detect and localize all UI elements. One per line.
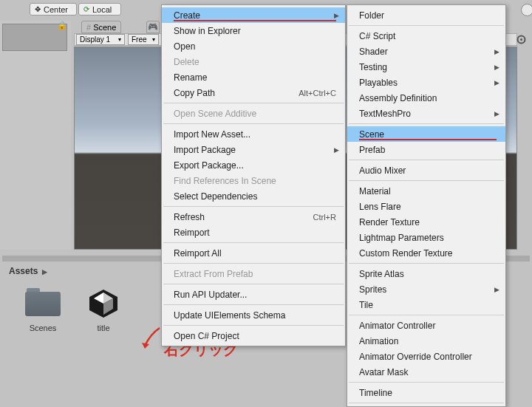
menu-item[interactable]: Export Package... [162, 157, 345, 173]
menu-separator [349, 123, 504, 124]
menu-item-label: TextMeshPro [359, 109, 411, 119]
menu-item[interactable]: Create▶ [162, 7, 345, 23]
menu-item-label: Import Package [174, 145, 236, 155]
asset-scene-title[interactable]: title [81, 288, 126, 332]
menu-item[interactable]: Open C# Project [162, 328, 345, 343]
menu-item[interactable]: Animator Controller [347, 318, 505, 333]
free-label: Free [132, 35, 147, 44]
local-icon: ⟳ [83, 5, 89, 13]
menu-item[interactable]: Lightmap Parameters [347, 230, 505, 245]
menu-item[interactable]: Run API Updater... [162, 287, 345, 302]
menu-item-label: Avatar Mask [359, 367, 408, 377]
menu-item[interactable]: Lens Flare [347, 199, 505, 214]
menu-item[interactable]: Open [162, 38, 345, 54]
menu-item[interactable]: Assembly Definition [347, 90, 505, 106]
menu-item-label: Audio Mixer [359, 165, 406, 176]
menu-item[interactable]: Audio Mixer [347, 163, 505, 178]
lock-icon[interactable]: 🔒 [57, 21, 67, 30]
menu-item-label: C# Script [359, 31, 395, 41]
menu-separator [163, 325, 344, 326]
menu-item-label: Update UIElements Schema [174, 310, 285, 321]
highlight-underline [174, 20, 336, 21]
menu-separator [349, 403, 504, 403]
menu-item-label: Testing [359, 62, 387, 72]
menu-item[interactable]: Playables▶ [347, 75, 505, 90]
menu-item[interactable]: Material [347, 183, 505, 199]
menu-item[interactable]: Render Texture [347, 214, 505, 230]
menu-item-label: Render Texture [359, 217, 420, 228]
menu-item-label: Reimport All [174, 248, 222, 259]
chevron-right-icon: ▶ [42, 268, 47, 276]
menu-item-label: Animator Controller [359, 321, 435, 331]
menu-item[interactable]: Scene [347, 126, 505, 142]
center-button[interactable]: ✥ Center [30, 3, 77, 16]
highlight-underline [359, 139, 497, 140]
menu-item[interactable]: Animation [347, 333, 505, 349]
menu-item[interactable]: Sprites▶ [347, 281, 505, 297]
assets-breadcrumb[interactable]: Assets ▶ [9, 266, 47, 276]
menu-shortcut: Ctrl+R [313, 213, 336, 222]
menu-item[interactable]: Update UIElements Schema [162, 307, 345, 323]
menu-item-label: Animator Override Controller [359, 352, 472, 362]
scene-tab[interactable]: # Scene [81, 21, 121, 33]
menu-item[interactable]: Prefab [347, 142, 505, 157]
menu-separator [163, 263, 344, 264]
chevron-right-icon: ▶ [334, 12, 339, 19]
menu-item-label: Import New Asset... [174, 129, 250, 140]
asset-label: Scenes [21, 324, 65, 332]
menu-item[interactable]: Tile [347, 297, 505, 312]
menu-item-label: Run API Updater... [174, 290, 247, 300]
asset-label: title [81, 324, 126, 332]
menu-separator [163, 103, 344, 103]
menu-item-label: Open [174, 41, 195, 52]
svg-marker-10 [142, 343, 149, 349]
menu-item-label: Copy Path [174, 88, 215, 98]
context-menu: Create▶Show in ExplorerOpenDeleteRenameC… [161, 4, 346, 346]
menu-item-label: Folder [359, 10, 384, 21]
menu-item: Delete [162, 54, 345, 69]
svg-point-5 [520, 38, 522, 41]
menu-item-label: Rename [174, 72, 207, 83]
menu-separator [349, 263, 504, 264]
menu-separator [349, 315, 504, 315]
menu-item-label: Reimport [174, 228, 210, 238]
free-dropdown[interactable]: Free ▾ [128, 34, 159, 45]
chevron-right-icon: ▶ [494, 64, 499, 71]
asset-folder-scenes[interactable]: Scenes [21, 288, 65, 332]
center-label: Center [44, 5, 68, 14]
menu-item-label: Material [359, 186, 391, 196]
menu-item[interactable]: Animator Override Controller [347, 349, 505, 364]
circle-button-top[interactable] [521, 4, 532, 16]
menu-item-label: Export Package... [174, 160, 244, 171]
menu-item[interactable]: Import Package▶ [162, 142, 345, 157]
local-button[interactable]: ⟳ Local [78, 3, 121, 16]
menu-item[interactable]: Show in Explorer [162, 23, 345, 38]
menu-item[interactable]: Copy PathAlt+Ctrl+C [162, 85, 345, 100]
menu-item-label: Tile [359, 300, 373, 310]
menu-item[interactable]: Folder [347, 7, 505, 23]
menu-item[interactable]: Testing▶ [347, 59, 505, 75]
game-tab[interactable]: 🎮 [146, 21, 160, 33]
menu-item[interactable]: Custom Render Texture [347, 245, 505, 261]
menu-item[interactable]: Select Dependencies [162, 188, 345, 204]
menu-item-label: Create [174, 10, 200, 21]
menu-item[interactable]: Sprite Atlas [347, 266, 505, 281]
menu-item[interactable]: Rename [162, 69, 345, 85]
menu-item-label: Timeline [359, 388, 392, 398]
menu-item[interactable]: TextMeshPro▶ [347, 106, 505, 121]
menu-item-label: Open C# Project [174, 331, 239, 341]
menu-item[interactable]: Import New Asset... [162, 126, 345, 142]
menu-item[interactable]: Timeline [347, 385, 505, 400]
menu-item[interactable]: Avatar Mask [347, 364, 505, 380]
menu-item-label: Find References In Scene [174, 176, 276, 186]
menu-item[interactable]: Reimport All [162, 245, 345, 261]
display-dropdown[interactable]: Display 1 ▾ [76, 34, 125, 45]
menu-item-label: Lens Flare [359, 202, 401, 212]
gear-icon[interactable] [516, 34, 527, 45]
menu-item[interactable]: Reimport [162, 225, 345, 240]
menu-item: Find References In Scene [162, 173, 345, 188]
menu-item-label: Show in Explorer [174, 26, 241, 36]
menu-item[interactable]: C# Script [347, 28, 505, 44]
menu-item[interactable]: RefreshCtrl+R [162, 209, 345, 225]
menu-item[interactable]: Shader▶ [347, 44, 505, 59]
